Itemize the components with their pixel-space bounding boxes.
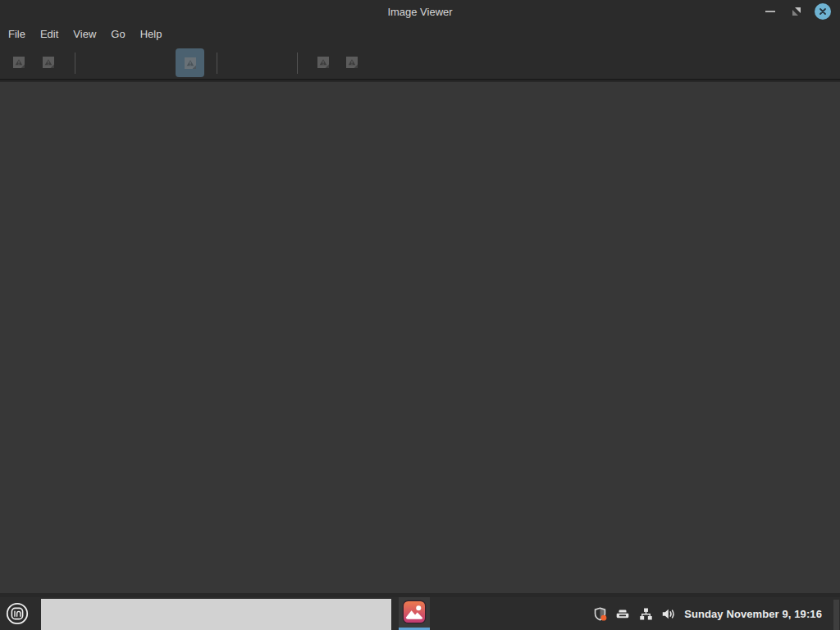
volume-icon (661, 607, 676, 621)
linux-mint-logo-icon (5, 601, 30, 626)
menu-go[interactable]: Go (103, 25, 132, 43)
restore-button[interactable] (783, 0, 810, 23)
taskbar-clock[interactable]: Sunday November 9, 19:16 (684, 597, 829, 630)
printer-tray-icon[interactable] (615, 597, 630, 630)
toolbar-button-previous[interactable] (6, 49, 32, 75)
menu-file[interactable]: File (1, 25, 33, 43)
printer-icon (615, 607, 630, 621)
missing-image-icon (317, 56, 330, 69)
image-viewer-app-icon (402, 600, 427, 624)
minimize-button[interactable] (757, 0, 783, 23)
toolbar (0, 44, 840, 80)
missing-image-icon (184, 57, 197, 70)
menu-view[interactable]: View (66, 25, 103, 43)
missing-image-icon (42, 56, 55, 69)
system-tray: Sunday November 9, 19:16 (592, 597, 829, 630)
titlebar[interactable]: Image Viewer (0, 0, 840, 23)
network-tray-icon[interactable] (638, 597, 653, 630)
taskbar-window-list-item[interactable] (41, 599, 391, 630)
restore-icon (792, 7, 801, 16)
update-shield-tray-icon[interactable] (592, 597, 607, 630)
desktop-screen: Image Viewer (0, 0, 840, 630)
window-title: Image Viewer (0, 0, 840, 23)
mint-menu-button[interactable] (5, 601, 30, 626)
show-desktop-strip[interactable] (833, 600, 839, 630)
menu-help[interactable]: Help (133, 25, 170, 43)
close-button[interactable] (810, 0, 836, 23)
toolbar-button-rotate-right[interactable] (339, 49, 365, 75)
network-icon (639, 607, 653, 621)
toolbar-separator (217, 52, 217, 74)
toolbar-button-rotate-left[interactable] (310, 49, 336, 75)
menu-edit[interactable]: Edit (33, 25, 66, 43)
toolbar-button-active-toggle[interactable] (176, 48, 204, 77)
shield-icon (593, 607, 607, 621)
image-viewer-empty-canvas (0, 82, 840, 593)
minimize-icon (765, 11, 775, 12)
toolbar-separator (75, 52, 75, 74)
toolbar-separator (297, 52, 298, 74)
window-controls (757, 0, 836, 23)
taskbar-panel: Sunday November 9, 19:16 (0, 597, 840, 630)
missing-image-icon (12, 56, 25, 69)
image-viewer-window-chrome: Image Viewer (0, 0, 840, 80)
missing-image-icon (345, 56, 358, 69)
taskbar-active-app-image-viewer[interactable] (399, 597, 430, 630)
menubar: File Edit View Go Help (0, 23, 840, 44)
close-icon (815, 3, 831, 20)
volume-tray-icon[interactable] (661, 597, 676, 630)
toolbar-button-next[interactable] (35, 49, 62, 75)
